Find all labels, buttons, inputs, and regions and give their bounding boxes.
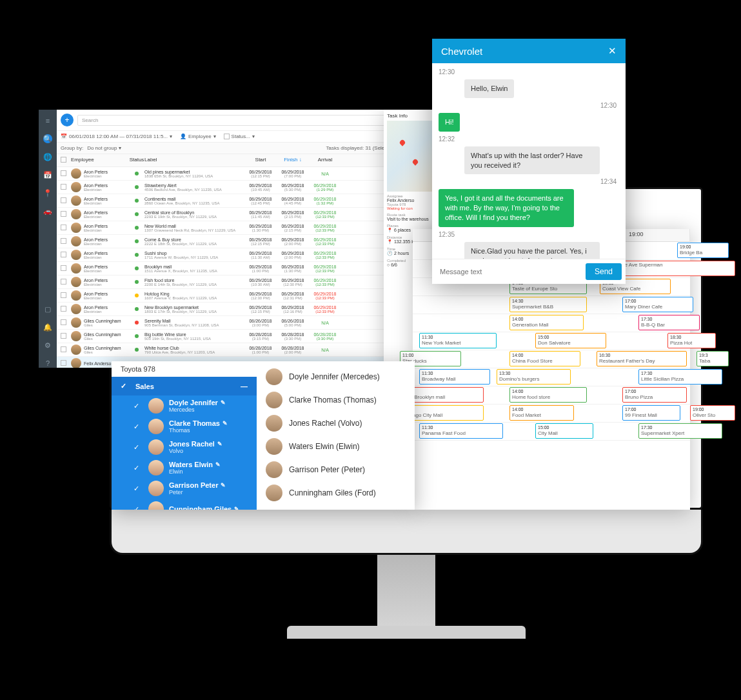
select-all-checkbox[interactable] [61, 157, 66, 163]
schedule-event[interactable]: 14:00Generation Mall [509, 315, 584, 330]
schedule-event[interactable]: 15:00City Mall [535, 423, 593, 439]
help-icon[interactable]: ? [43, 359, 52, 368]
task-row[interactable]: Giles CunninghamGiles White horse Club79… [57, 343, 432, 357]
task-row[interactable]: Aron PetersElectrician New Brooklyn supe… [57, 303, 432, 316]
col-start[interactable]: Start [244, 157, 277, 164]
schedule-event[interactable]: 17:0099 Finest Mall [622, 405, 680, 421]
vehicle-nav-icon[interactable]: 🚗 [43, 206, 52, 215]
schedule-event[interactable]: 14:00Food Market [509, 405, 574, 421]
schedule-event[interactable]: 19:00Bridge Ba [677, 243, 729, 258]
row-checkbox[interactable] [61, 197, 66, 203]
edit-icon[interactable]: ✎ [215, 461, 221, 468]
schedule-row: 11:00New Brooklyn mall14:00Home food sto… [413, 386, 690, 405]
schedule-event[interactable]: 14:00China Food Store [509, 351, 580, 366]
schedule-event[interactable]: 16:30Restaurant Father's Day [597, 351, 687, 366]
row-checkbox[interactable] [61, 252, 66, 257]
team-member-selected[interactable]: ✓Cunningham Giles ✎ [112, 499, 257, 510]
search-nav-icon[interactable]: 🔍 [43, 134, 52, 143]
row-checkbox[interactable] [61, 238, 66, 244]
team-member-selected[interactable]: ✓Doyle Jennifer ✎Mercedes [112, 395, 257, 416]
col-label[interactable]: Label [144, 157, 244, 164]
col-arrival[interactable]: Arrival [309, 157, 341, 164]
row-checkbox[interactable] [61, 360, 66, 366]
task-row[interactable]: Aron PetersElectrician Old pines superma… [57, 167, 432, 181]
task-row[interactable]: Aron PetersElectrician Sushi shop1711 Av… [57, 248, 432, 262]
bell-icon[interactable]: 🔔 [43, 323, 52, 332]
collapse-icon[interactable]: — [241, 383, 248, 390]
gear-icon[interactable]: ⚙ [43, 341, 52, 350]
team-member-selected[interactable]: ✓Jones Rachel ✎Volvo [112, 437, 257, 457]
globe-icon[interactable]: 🌐 [43, 152, 52, 161]
task-row[interactable]: Aron PetersElectrician Continents mall28… [57, 194, 432, 208]
search-input[interactable]: Search [77, 115, 428, 126]
schedule-event[interactable]: 11:30New York Market [419, 333, 497, 348]
task-row[interactable]: Aron PetersElectrician Central store of … [57, 208, 432, 221]
tablet-icon[interactable]: ▢ [43, 305, 52, 314]
team-group-header[interactable]: ✓ Sales — [112, 377, 257, 395]
row-checkbox[interactable] [61, 292, 66, 298]
team-member-selected[interactable]: ✓Clarke Thomas ✎Thomas [112, 416, 257, 437]
menu-icon[interactable]: ≡ [43, 116, 52, 125]
team-member-available[interactable]: Clarke Thomas (Thomas) [257, 388, 415, 412]
task-row[interactable]: Giles CunninghamGiles Serenity Mall905 B… [57, 316, 432, 330]
calendar-nav-icon[interactable]: 📅 [43, 170, 52, 179]
row-checkbox[interactable] [61, 265, 66, 271]
schedule-event[interactable]: 15:00Don Salvatore [535, 333, 606, 348]
schedule-event[interactable]: 14:00Home food store [509, 387, 587, 403]
team-member-available[interactable]: Jones Rachel (Volvo) [257, 412, 415, 435]
row-checkbox[interactable] [61, 306, 66, 312]
row-checkbox[interactable] [61, 211, 66, 217]
employee-filter[interactable]: 👤Employee▾ [180, 134, 216, 139]
row-checkbox[interactable] [61, 333, 66, 339]
row-checkbox[interactable] [61, 184, 66, 190]
status-filter[interactable]: Status...▾ [224, 134, 255, 139]
edit-icon[interactable]: ✎ [221, 482, 226, 488]
edit-icon[interactable]: ✎ [222, 420, 228, 426]
task-info-map[interactable] [387, 121, 432, 192]
schedule-event[interactable]: 17:30Little Sicilian Pizza [638, 369, 722, 385]
task-row[interactable]: Aron PetersElectrician Brooklyn mall1511… [57, 262, 432, 275]
date-filter[interactable]: 📅06/01/2018 12:00 AM — 07/31/2018 11:5..… [61, 134, 172, 139]
col-status[interactable]: Status [129, 157, 144, 164]
schedule-event[interactable]: 18:30Pizza Hot [667, 333, 716, 348]
schedule-event[interactable]: 11:30Broadway Mall [419, 369, 490, 385]
row-checkbox[interactable] [61, 170, 66, 176]
edit-icon[interactable]: ✎ [217, 441, 222, 447]
send-button[interactable]: Send [586, 263, 622, 280]
team-member-available[interactable]: Waters Elwin (Elwin) [257, 435, 415, 458]
task-row[interactable]: Giles CunninghamGiles Big bottle Wine st… [57, 330, 432, 343]
group-by-select[interactable]: Do not group ▾ [87, 145, 121, 151]
schedule-event[interactable]: 19:00Oliver Sto [690, 405, 735, 421]
task-row[interactable]: Aron PetersElectrician Hotdog King1607 A… [57, 289, 432, 303]
close-icon[interactable]: ✕ [608, 45, 617, 57]
task-row[interactable]: Aron PetersElectrician New World mall130… [57, 221, 432, 235]
task-row[interactable]: Aron PetersElectrician Come & Buy store2… [57, 235, 432, 248]
task-row[interactable]: Aron PetersElectrician Fish food store22… [57, 275, 432, 289]
schedule-event[interactable]: 17:30Supermarket Xpert [638, 423, 722, 439]
team-member-selected[interactable]: ✓Garrison Peter ✎Peter [112, 478, 257, 499]
schedule-event[interactable]: 14:30Supermarket B&B [509, 297, 587, 312]
team-member-selected[interactable]: ✓Waters Elwin ✎Elwin [112, 457, 257, 478]
location-nav-icon[interactable]: 📍 [43, 188, 52, 197]
schedule-event[interactable]: 17:00Bruno Pizza [622, 387, 687, 403]
team-member-available[interactable]: Garrison Peter (Peter) [257, 458, 415, 481]
team-member-available[interactable]: Doyle Jennifer (Mercedes) [257, 365, 415, 388]
schedule-event[interactable]: 17:00Mary Diner Cafe [622, 297, 693, 312]
team-member-available[interactable]: Cunningham Giles (Ford) [257, 481, 415, 505]
schedule-event[interactable]: 19:3Taba [697, 351, 729, 366]
schedule-event[interactable]: 11:30Panama Fast Food [419, 423, 503, 439]
add-task-button[interactable]: + [61, 114, 74, 126]
schedule-event[interactable]: 13:30Domino's burgers [497, 369, 571, 385]
task-row[interactable]: Aron PetersElectrician Strawberry Alert4… [57, 181, 432, 194]
edit-icon[interactable]: ✎ [221, 399, 226, 406]
col-finish[interactable]: Finish ↓ [277, 157, 309, 164]
edit-icon[interactable]: ✎ [234, 506, 239, 510]
col-employee[interactable]: Employee [71, 157, 129, 164]
schedule-event[interactable]: mbridge Ave Superman [606, 261, 735, 276]
row-checkbox[interactable] [61, 319, 66, 325]
message-input[interactable] [436, 263, 582, 280]
row-checkbox[interactable] [61, 279, 66, 285]
schedule-event[interactable]: 17:30B-B-Q Bar [638, 315, 700, 330]
row-checkbox[interactable] [61, 225, 66, 230]
row-checkbox[interactable] [61, 346, 66, 352]
